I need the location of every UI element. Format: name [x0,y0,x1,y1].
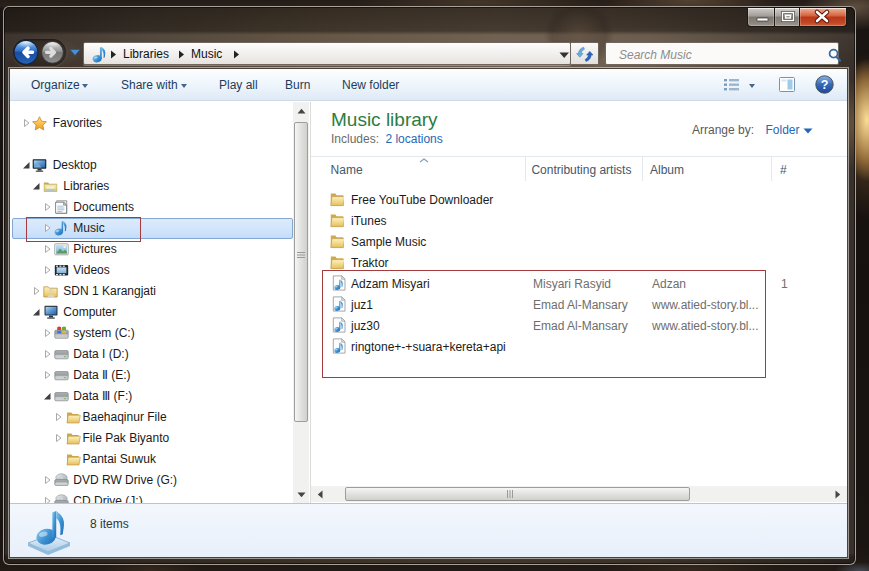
svg-text:?: ? [821,78,829,92]
